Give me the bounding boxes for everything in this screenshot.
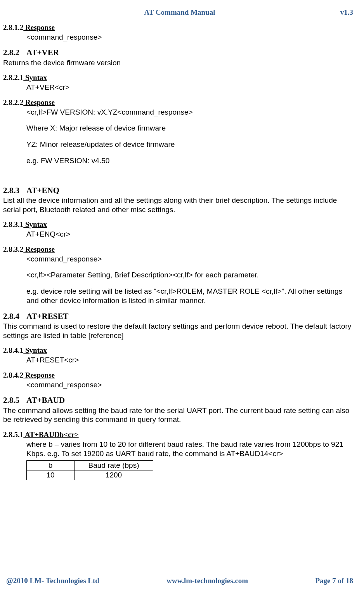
heading-num: 2.8.2.1 — [3, 73, 23, 82]
heading-num: 2.8.3 — [3, 185, 19, 195]
heading-num: 2.8.5 — [3, 395, 19, 405]
heading-2-8-1-2: 2.8.1.2 Response — [3, 23, 353, 32]
body-text: AT+RESET<cr> — [26, 355, 353, 365]
body-text: e.g. device role setting will be listed … — [26, 287, 353, 305]
heading-num: 2.8.4.2 — [3, 371, 23, 380]
heading-num: 2.8.2 — [3, 47, 19, 57]
table-cell: 10 — [27, 470, 75, 480]
page-footer: @2010 LM- Technologies Ltd www.lm-techno… — [6, 576, 353, 585]
heading-text: AT+BAUDb<cr> — [25, 430, 79, 439]
body-text: List all the device information and all … — [3, 196, 353, 214]
footer-left: @2010 LM- Technologies Ltd — [6, 576, 99, 585]
body-text: where b – varies from 10 to 20 for diffe… — [26, 440, 353, 458]
heading-2-8-2-1: 2.8.2.1 Syntax — [3, 73, 353, 82]
footer-right: Page 7 of 18 — [315, 576, 353, 585]
heading-num: 2.8.4 — [3, 311, 19, 321]
table-cell: 1200 — [75, 470, 153, 480]
body-text: <cr,lf>FW VERSION: vX.YZ<command_respons… — [26, 108, 353, 117]
heading-num: 2.8.3.2 — [3, 245, 23, 254]
table-header: b — [27, 461, 75, 470]
heading-2-8-3-1: 2.8.3.1 Syntax — [3, 220, 353, 229]
table-header: Baud rate (bps) — [75, 461, 153, 470]
heading-2-8-2: 2.8.2AT+VER — [3, 47, 353, 57]
page-header: AT Command Manual v1.3 — [3, 8, 353, 17]
heading-2-8-3-2: 2.8.3.2 Response — [3, 245, 353, 254]
baud-rate-table: b Baud rate (bps) 10 1200 — [26, 460, 153, 480]
heading-2-8-5: 2.8.5AT+BAUD — [3, 395, 353, 405]
heading-2-8-3: 2.8.3AT+ENQ — [3, 185, 353, 195]
footer-center: www.lm-technologies.com — [166, 576, 248, 585]
heading-2-8-4: 2.8.4AT+RESET — [3, 311, 353, 321]
body-text: YZ: Minor release/updates of device firm… — [26, 140, 353, 149]
header-title: AT Command Manual — [144, 8, 215, 17]
heading-text: Response — [25, 371, 55, 379]
table-row: b Baud rate (bps) — [27, 461, 153, 470]
body-text: <command_response> — [26, 380, 353, 390]
heading-2-8-4-1: 2.8.4.1 Syntax — [3, 346, 353, 355]
heading-text: AT+RESET — [26, 312, 68, 321]
body-text: The command allows setting the baud rate… — [3, 406, 353, 425]
heading-num: 2.8.2.2 — [3, 98, 23, 107]
body-text: <command_response> — [26, 33, 353, 42]
heading-2-8-5-1: 2.8.5.1 AT+BAUDb<cr> — [3, 430, 353, 439]
body-text: e.g. FW VERSION: v4.50 — [26, 156, 353, 165]
heading-text: AT+ENQ — [26, 186, 59, 195]
heading-text: Response — [25, 98, 55, 106]
heading-num: 2.8.4.1 — [3, 346, 23, 355]
body-text: AT+ENQ<cr> — [26, 230, 353, 239]
body-text: <cr,lf><Parameter Setting, Brief Descrip… — [26, 270, 353, 280]
body-text: Returns the device firmware version — [3, 58, 353, 68]
heading-text: Syntax — [25, 73, 47, 82]
heading-text: AT+BAUD — [26, 395, 65, 405]
header-version: v1.3 — [215, 8, 354, 17]
heading-text: Response — [25, 245, 55, 253]
heading-text: Response — [25, 23, 55, 31]
body-text: This command is used to restore the defa… — [3, 322, 353, 340]
body-text: AT+VER<cr> — [26, 83, 353, 92]
table-row: 10 1200 — [27, 470, 153, 480]
heading-text: Syntax — [25, 346, 47, 354]
body-text: <command_response> — [26, 254, 353, 264]
heading-num: 2.8.5.1 — [3, 430, 23, 439]
heading-text: AT+VER — [26, 48, 59, 57]
heading-2-8-4-2: 2.8.4.2 Response — [3, 371, 353, 380]
heading-num: 2.8.1.2 — [3, 23, 23, 32]
heading-text: Syntax — [25, 220, 47, 228]
heading-num: 2.8.3.1 — [3, 220, 23, 229]
heading-2-8-2-2: 2.8.2.2 Response — [3, 98, 353, 107]
body-text: Where X: Major release of device firmwar… — [26, 124, 353, 133]
